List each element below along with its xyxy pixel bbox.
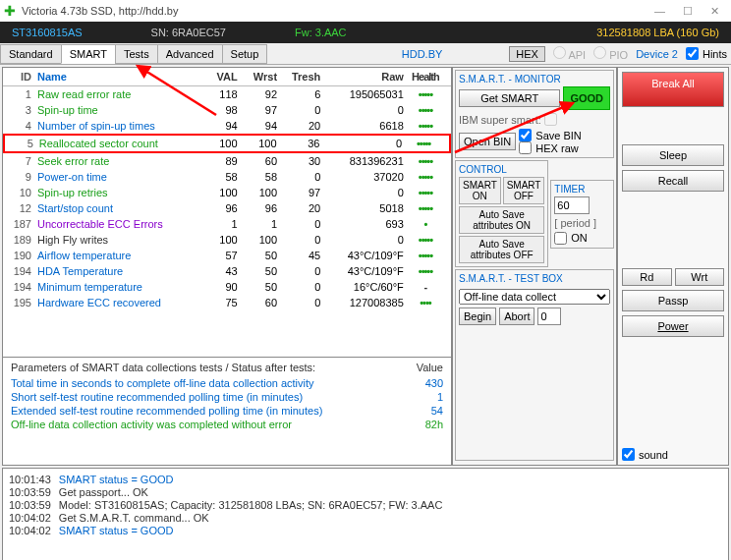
timer-on-checkbox[interactable]: ON (554, 232, 610, 245)
timer-input[interactable] (554, 196, 590, 214)
smart-row[interactable]: 194HDA Temperature4350043°C/109°F••••• (3, 263, 451, 279)
sound-checkbox[interactable]: sound (622, 448, 724, 461)
smart-status-good: GOOD (563, 86, 610, 110)
break-all-button[interactable]: Break All (622, 72, 724, 107)
test-select[interactable]: Off-line data collect (459, 289, 610, 305)
params-title: Parameters of SMART data collections tes… (11, 362, 315, 373)
test-count-input[interactable] (537, 308, 561, 325)
log-row: 10:03:59Model: ST3160815AS; Capacity: 31… (9, 499, 722, 511)
abort-button[interactable]: Abort (499, 308, 534, 325)
smart-row[interactable]: 195Hardware ECC recovered75600127008385•… (3, 295, 451, 310)
autosave-on-button[interactable]: Auto Save attributes ON (459, 206, 544, 234)
hex-raw-checkbox[interactable]: HEX raw (519, 141, 610, 154)
ibm-label: IBM super smart: (459, 114, 541, 126)
sleep-button[interactable]: Sleep (622, 144, 724, 166)
power-button[interactable]: Power (622, 315, 724, 337)
recall-button[interactable]: Recall (622, 170, 724, 192)
passp-button[interactable]: Passp (622, 290, 724, 311)
window-title: Victoria 4.73b SSD, http://hdd.by (22, 5, 178, 17)
smart-row[interactable]: 1Raw read error rate118926195065031••••• (3, 86, 451, 102)
drive-fw: Fw: 3.AAC (295, 27, 347, 38)
smart-row[interactable]: 194Minimum temperature9050016°C/60°F- (3, 279, 451, 295)
pio-radio[interactable]: PIO (609, 49, 628, 61)
tab-row: StandardSMARTTestsAdvancedSetup HDD.BY H… (0, 43, 731, 65)
device-link[interactable]: Device 2 (636, 48, 678, 60)
hints-checkbox[interactable]: Hints (686, 47, 727, 60)
smart-header: ID Name VAL Wrst Tresh Raw Health (3, 68, 451, 86)
timer-title: TIMER (554, 184, 610, 195)
open-bin-button[interactable]: Open BIN (459, 133, 516, 150)
close-icon[interactable]: ✕ (710, 5, 719, 18)
params-value-col: Value (417, 362, 443, 373)
drive-lba: 312581808 LBA (160 Gb) (596, 27, 719, 38)
log-panel[interactable]: 10:01:43SMART status = GOOD10:03:59Get p… (2, 468, 729, 560)
testbox-title: S.M.A.R.T. - TEST BOX (459, 273, 610, 284)
smart-row[interactable]: 10Spin-up retries100100970••••• (3, 185, 451, 200)
save-bin-checkbox[interactable]: Save BIN (519, 129, 610, 141)
smart-row[interactable]: 3Spin-up time989700••••• (3, 102, 451, 118)
tab-advanced[interactable]: Advanced (157, 44, 223, 64)
app-icon: ✚ (4, 3, 16, 19)
param-row: Extended self-test routine recommended p… (11, 405, 443, 417)
rd-button[interactable]: Rd (622, 268, 672, 286)
params-panel: Parameters of SMART data collections tes… (3, 357, 451, 465)
smart-on-button[interactable]: SMART ON (459, 177, 501, 204)
drive-model: ST3160815AS (12, 27, 83, 38)
autosave-off-button[interactable]: Auto Save attributes OFF (459, 236, 544, 263)
log-row: 10:03:59Get passport... OK (9, 486, 722, 498)
drive-sn: SN: 6RA0EC57 (151, 27, 226, 38)
maximize-icon[interactable]: ☐ (683, 5, 693, 18)
smart-table[interactable]: 1Raw read error rate118926195065031•••••… (3, 86, 451, 357)
log-row: 10:01:43SMART status = GOOD (9, 474, 722, 485)
log-row: 10:04:02SMART status = GOOD (9, 525, 722, 536)
tab-standard[interactable]: Standard (0, 44, 62, 64)
api-radio[interactable]: API (568, 49, 586, 61)
param-row: Short self-test routine recommended poll… (11, 391, 443, 403)
smart-off-button[interactable]: SMART OFF (503, 177, 545, 204)
smart-row[interactable]: 190Airflow temperature57504543°C/109°F••… (3, 248, 451, 263)
get-smart-button[interactable]: Get SMART (459, 89, 560, 107)
param-row: Off-line data collection activity was co… (11, 419, 443, 430)
tab-smart[interactable]: SMART (61, 44, 116, 64)
smart-row[interactable]: 7Seek error rate896030831396231••••• (3, 153, 451, 169)
smart-row[interactable]: 12Start/stop count9696205018••••• (3, 200, 451, 216)
smart-row[interactable]: 187Uncorrectable ECC Errors110693• (3, 216, 451, 232)
hddby-link[interactable]: HDD.BY (402, 48, 443, 60)
wrt-button[interactable]: Wrt (675, 268, 725, 286)
smart-row[interactable]: 4Number of spin-up times9494206618••••• (3, 118, 451, 134)
monitor-title: S.M.A.R.T. - MONITOR (459, 74, 610, 84)
begin-button[interactable]: Begin (459, 308, 496, 325)
smart-row[interactable]: 189High Fly writes10010000••••• (3, 232, 451, 248)
smart-row[interactable]: 9Power-on time5858037020••••• (3, 169, 451, 185)
titlebar: ✚ Victoria 4.73b SSD, http://hdd.by — ☐ … (0, 0, 731, 22)
period-label: [ period ] (554, 217, 610, 229)
tab-tests[interactable]: Tests (115, 44, 158, 64)
hex-button[interactable]: HEX (509, 46, 545, 62)
control-title: CONTROL (459, 164, 544, 175)
minimize-icon[interactable]: — (654, 5, 665, 18)
smart-row[interactable]: 5Reallocated sector count100100360••••• (3, 134, 451, 153)
param-row: Total time in seconds to complete off-li… (11, 377, 443, 389)
drive-header: ST3160815AS SN: 6RA0EC57 Fw: 3.AAC 31258… (0, 22, 731, 43)
log-row: 10:04:02Get S.M.A.R.T. command... OK (9, 512, 722, 524)
tab-setup[interactable]: Setup (222, 44, 268, 64)
